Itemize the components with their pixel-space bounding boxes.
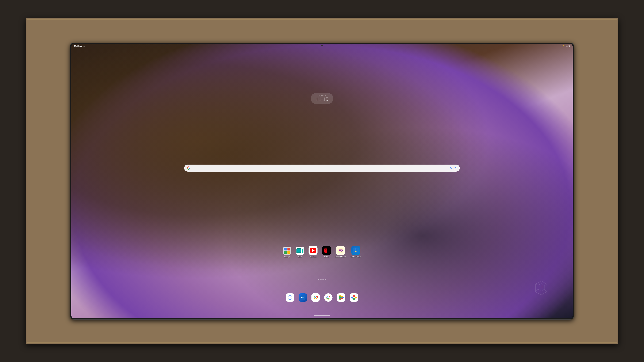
svg-point-23: [302, 297, 302, 298]
app-instant-memo-label: Instant Memo: [336, 256, 346, 258]
svg-point-33: [327, 297, 328, 298]
page-dot-2: [320, 279, 320, 280]
status-time: 11:15 AM: [74, 45, 82, 47]
tablet-center-icon: [351, 246, 360, 255]
app-meet[interactable]: Meet: [296, 247, 304, 258]
battery-text: 84%: [566, 45, 570, 47]
svg-rect-5: [284, 251, 287, 254]
home-indicator[interactable]: [314, 315, 330, 316]
front-camera: [321, 45, 323, 46]
play-store-icon: [337, 293, 345, 302]
app-play-store[interactable]: [337, 293, 345, 302]
app-youtube[interactable]: YouTube: [308, 246, 318, 258]
wifi-icon: ▾: [565, 45, 566, 47]
svg-rect-10: [297, 249, 301, 253]
wallpaper-overlay: [72, 44, 572, 318]
svg-point-30: [325, 295, 332, 301]
svg-point-34: [329, 297, 330, 298]
app-google-folder-label: Google: [284, 256, 290, 258]
svg-line-48: [544, 289, 547, 292]
messages-icon: [299, 293, 307, 302]
cast-icon: ▭: [84, 45, 85, 47]
clock-widget[interactable]: Thu, Mar 16 11:15: [311, 93, 333, 104]
svg-point-29: [315, 297, 316, 299]
status-left: 11:15 AM ▭: [74, 45, 85, 47]
app-assistant[interactable]: [324, 293, 332, 302]
app-tablet-center-label: Tablet Center: [350, 256, 361, 258]
page-dot-5: [325, 279, 326, 280]
app-google-folder[interactable]: Google: [283, 247, 291, 258]
svg-line-47: [544, 284, 547, 285]
search-lens-icon[interactable]: [454, 166, 457, 170]
meet-icon: [296, 247, 304, 255]
chrome-icon: [312, 293, 320, 302]
svg-rect-6: [288, 251, 290, 254]
svg-rect-4: [288, 248, 290, 251]
svg-rect-3: [284, 248, 287, 251]
svg-text:G: G: [289, 296, 291, 299]
svg-point-24: [302, 297, 303, 298]
google-g-icon: [187, 166, 190, 170]
app-netflix-label: Netflix: [324, 256, 329, 258]
apps-row-1: Google Meet: [109, 246, 535, 258]
youtube-icon: [308, 246, 318, 255]
app-photos[interactable]: [350, 293, 358, 302]
google-search-icon: G: [286, 293, 294, 302]
instant-memo-icon: [336, 246, 345, 255]
app-chrome[interactable]: [312, 293, 320, 302]
app-tablet-center[interactable]: Tablet Center: [350, 246, 361, 258]
app-youtube-label: YouTube: [310, 256, 316, 258]
tablet-screen: 11:15 AM ▭ ⚡ ▾ 84% Thu, Mar 16 11:15: [72, 44, 572, 318]
android-watermark: [535, 280, 548, 296]
svg-line-51: [536, 284, 538, 285]
svg-point-43: [353, 297, 355, 299]
app-instant-memo[interactable]: Instant Memo: [336, 246, 346, 258]
svg-text:N: N: [324, 248, 327, 253]
status-right: ⚡ ▾ 84%: [562, 45, 570, 47]
photo-frame: 11:15 AM ▭ ⚡ ▾ 84% Thu, Mar 16 11:15: [26, 18, 618, 344]
assistant-icon: [324, 293, 332, 302]
app-messages[interactable]: [299, 293, 307, 302]
app-meet-label: Meet: [298, 256, 302, 258]
search-bar[interactable]: [184, 165, 460, 172]
nav-bar: [72, 313, 572, 318]
page-dot-1: [318, 279, 319, 280]
search-icons: [449, 166, 457, 170]
svg-point-25: [304, 297, 304, 298]
svg-rect-0: [450, 167, 451, 168]
tablet-device: 11:15 AM ▭ ⚡ ▾ 84% Thu, Mar 16 11:15: [70, 43, 574, 320]
charging-icon: ⚡: [562, 45, 564, 47]
page-dots: [318, 279, 326, 280]
search-mic-icon[interactable]: [449, 166, 452, 170]
app-netflix[interactable]: N Netflix: [322, 246, 331, 258]
google-folder-icon: [283, 247, 291, 255]
netflix-icon: N: [322, 246, 331, 255]
clock-time: 11:15: [316, 97, 328, 102]
svg-line-50: [536, 289, 538, 292]
app-google-search[interactable]: G: [286, 293, 294, 302]
status-bar: 11:15 AM ▭ ⚡ ▾ 84%: [72, 44, 572, 48]
page-dot-4: [324, 279, 324, 280]
apps-row-dock: G: [109, 293, 535, 302]
svg-marker-52: [539, 285, 543, 287]
page-dot-3: [322, 279, 322, 280]
photos-icon: [350, 293, 358, 302]
